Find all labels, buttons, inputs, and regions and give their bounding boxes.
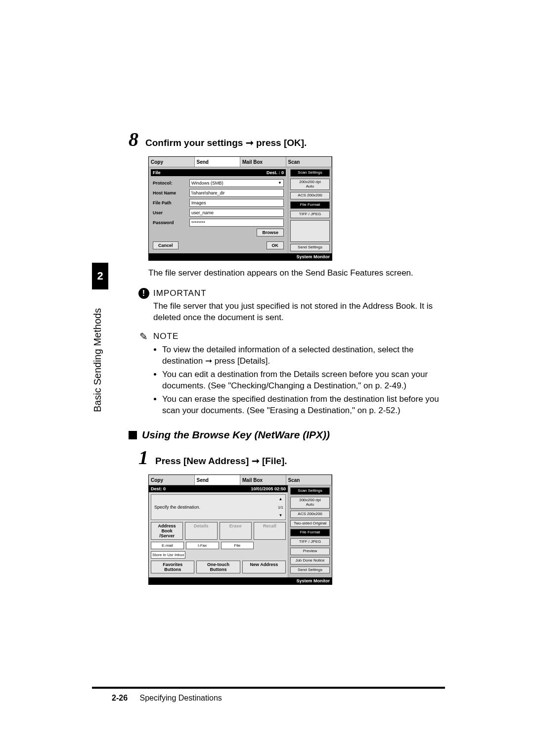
send-settings-button[interactable]: Send Settings <box>290 567 330 574</box>
note-label: NOTE <box>153 331 178 341</box>
ifax-button[interactable]: I-Fax <box>186 542 219 549</box>
tiff-jpeg-box[interactable]: TIFF / JPEG <box>290 538 330 546</box>
screenshot-send-screen: Copy Send Mail Box Scan Dest: 0 10/01/20… <box>148 474 445 585</box>
send-settings-button[interactable]: Send Settings <box>290 244 330 251</box>
note-item: You can edit a destination from the Deta… <box>162 369 445 392</box>
protocol-select[interactable]: Windows (SMB) ▼ <box>189 179 284 187</box>
important-label: IMPORTANT <box>153 288 207 298</box>
note-body: To view the detailed information of a se… <box>153 344 445 417</box>
file-button[interactable]: File <box>221 542 254 549</box>
password-label: Password <box>153 220 187 225</box>
page-down-icon[interactable]: ▼ <box>278 513 282 518</box>
step-number: 1 <box>138 448 148 468</box>
page-indicator: 1/1 <box>278 505 283 510</box>
user-label: User <box>153 210 187 215</box>
preview-button[interactable]: Preview <box>290 548 330 555</box>
destination-list: Specify the destination. ▲ 1/1 ▼ <box>151 494 286 520</box>
user-input[interactable]: user_name <box>189 209 284 217</box>
tiff-jpeg-box[interactable]: TIFF / JPEG <box>290 211 330 218</box>
square-bullet-icon <box>129 431 137 439</box>
auto-value: Auto <box>292 503 328 507</box>
address-book-button[interactable]: Address Book /Server <box>151 522 183 540</box>
tab-copy[interactable]: Copy <box>149 475 195 485</box>
subsection-title: Using the Browse Key (NetWare (IPX)) <box>142 429 330 441</box>
onetouch-button[interactable]: One-touch Buttons <box>196 561 240 573</box>
note-heading: ✎ NOTE <box>138 331 445 342</box>
system-monitor-button[interactable]: System Monitor <box>149 577 332 584</box>
file-format-header: File Format <box>290 529 330 536</box>
chevron-down-icon: ▼ <box>278 180 282 187</box>
page-number: 2-26 <box>112 694 128 702</box>
hostname-label: Host Name <box>153 190 187 195</box>
page-footer: 2-26 Specifying Destinations <box>112 694 222 703</box>
destination-hint: Specify the destination. <box>154 505 200 510</box>
step-number: 8 <box>129 130 138 149</box>
datetime: 10/01/2005 02:50 <box>251 486 286 491</box>
cancel-button[interactable]: Cancel <box>153 241 178 249</box>
step-text: Confirm your settings ➞ press [OK]. <box>145 137 307 148</box>
acs-box[interactable]: ACS 200x200 <box>290 511 330 518</box>
file-bar-dest: Dest. : 0 <box>267 170 284 175</box>
protocol-value: Windows (SMB) <box>191 180 223 187</box>
important-text: The file server that you just specified … <box>153 301 445 324</box>
password-input[interactable]: ******** <box>189 219 284 227</box>
twosided-box[interactable]: Two-sided Original <box>290 520 330 527</box>
file-format-header: File Format <box>290 201 330 209</box>
chapter-title: Basic Sending Methods <box>92 289 108 430</box>
protocol-label: Protocol: <box>153 181 187 186</box>
step-text: Press [New Address] ➞ [File]. <box>155 455 287 467</box>
step-8: 8 Confirm your settings ➞ press [OK]. <box>129 130 445 149</box>
favorites-button[interactable]: Favorites Buttons <box>151 561 194 573</box>
screenshot-file-dialog: Copy Send Mail Box Scan File Dest. : 0 P… <box>148 156 445 261</box>
scan-settings-header: Scan Settings <box>290 487 330 495</box>
tab-send[interactable]: Send <box>195 475 241 485</box>
tab-mailbox[interactable]: Mail Box <box>240 475 286 485</box>
note-item: To view the detailed information of a se… <box>162 344 445 367</box>
tab-scan[interactable]: Scan <box>286 157 332 167</box>
new-address-button[interactable]: New Address <box>242 561 286 573</box>
system-monitor-button[interactable]: System Monitor <box>149 253 332 260</box>
file-bar-title: File <box>153 170 161 175</box>
filepath-input[interactable]: Images <box>189 199 284 207</box>
status-bar: Dest: 0 10/01/2005 02:50 <box>149 485 288 492</box>
dest-count: Dest: 0 <box>151 486 166 491</box>
tab-send[interactable]: Send <box>195 157 241 167</box>
chapter-tab: 2 <box>92 263 108 289</box>
auto-value: Auto <box>292 185 328 189</box>
disabled-box <box>290 220 330 242</box>
recall-button: Recall <box>254 522 286 540</box>
email-button[interactable]: E-mail <box>151 542 184 549</box>
details-button: Details <box>185 522 217 540</box>
file-bar: File Dest. : 0 <box>151 169 286 176</box>
hostname-input[interactable]: \\share\share_dir <box>189 189 284 197</box>
subsection-heading: Using the Browse Key (NetWare (IPX)) <box>129 429 445 441</box>
dpi-box[interactable]: 200x200 dpi Auto <box>290 497 330 509</box>
note-item: You can erase the specified destination … <box>162 394 445 417</box>
section-name: Specifying Destinations <box>139 694 222 702</box>
tab-mailbox[interactable]: Mail Box <box>240 157 286 167</box>
footer-rule <box>92 687 445 689</box>
job-done-button[interactable]: Job Done Notice <box>290 557 330 565</box>
dpi-box[interactable]: 200x200 dpi Auto <box>290 179 330 190</box>
scan-settings-header: Scan Settings <box>290 169 330 177</box>
step8-after-para: The file server destination appears on t… <box>148 268 445 279</box>
tab-copy[interactable]: Copy <box>149 157 195 167</box>
store-inbox-button[interactable]: Store In Usr Inbox <box>151 551 185 559</box>
page-up-icon[interactable]: ▲ <box>278 497 282 501</box>
acs-box[interactable]: ACS 200x200 <box>290 192 330 199</box>
important-icon: ! <box>138 288 149 299</box>
step-1: 1 Press [New Address] ➞ [File]. <box>138 448 445 468</box>
erase-button: Erase <box>220 522 252 540</box>
ok-button[interactable]: OK <box>267 241 284 249</box>
tab-scan[interactable]: Scan <box>286 475 332 485</box>
browse-button[interactable]: Browse <box>257 229 284 236</box>
filepath-label: File Path <box>153 200 187 205</box>
important-heading: ! IMPORTANT <box>138 288 445 299</box>
note-icon: ✎ <box>138 331 149 342</box>
